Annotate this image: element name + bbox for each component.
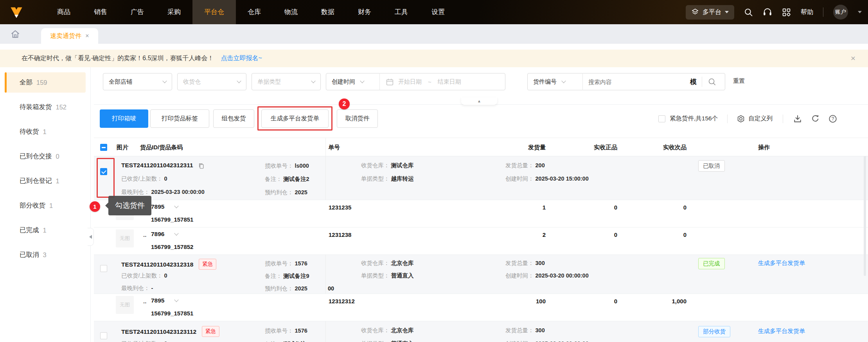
search-field-value: 货件编号 — [533, 78, 557, 86]
nav-item-settings[interactable]: 设置 — [420, 0, 456, 24]
apps-grid-icon[interactable] — [782, 8, 791, 17]
field-label: 最晚到仓： — [121, 285, 150, 291]
shop-select[interactable]: 全部店铺 — [103, 73, 172, 90]
cancel-shipment-button[interactable]: 取消货件 — [337, 109, 378, 128]
fuzzy-toggle[interactable]: 模 — [690, 77, 697, 86]
platform-selector[interactable]: 多平台 — [686, 5, 734, 20]
nav-item-products[interactable]: 商品 — [45, 0, 82, 24]
sidebar-collapse-handle[interactable] — [88, 228, 94, 246]
navbar-right-cluster: 多平台 帮助 账户 — [686, 0, 862, 24]
tab-close-icon[interactable]: × — [85, 32, 89, 39]
field-label: 已收货/上架数： — [121, 340, 163, 342]
sidebar-item-to-receive[interactable]: 待收货 1 — [5, 122, 86, 142]
nav-item-purchase[interactable]: 采购 — [156, 0, 192, 24]
field-value: 1576 — [295, 328, 307, 334]
search-icon[interactable] — [744, 8, 753, 17]
shipment-row: TEST241120110423123112 紧急 已收货/上架数：0 揽收单号… — [94, 321, 868, 342]
field-label: 收货仓库： — [361, 327, 390, 333]
chevron-down-icon — [237, 79, 241, 83]
search-input[interactable] — [588, 79, 694, 85]
help-circle-icon[interactable]: ? — [828, 115, 837, 123]
headset-icon[interactable] — [763, 7, 772, 17]
account-avatar[interactable]: 账户 — [833, 5, 848, 20]
brand-logo-icon[interactable] — [9, 5, 23, 19]
sidebar-item-arrived-handover[interactable]: 已到仓交接 0 — [5, 146, 86, 167]
field-label: 单据类型： — [361, 272, 390, 279]
nav-item-tools[interactable]: 工具 — [383, 0, 420, 24]
receive-warehouse-select[interactable]: 收货仓 — [177, 73, 246, 90]
field-value: 普通直入 — [391, 340, 414, 342]
filter-collapse-tab[interactable]: ▲ — [461, 97, 497, 105]
layers-icon — [691, 8, 699, 16]
nav-item-platform-warehouse[interactable]: 平台仓 — [192, 0, 236, 24]
id-ellipsis: .. — [143, 298, 146, 304]
search-submit-icon[interactable] — [708, 78, 716, 86]
group-ship-button[interactable]: 组包发货 — [213, 109, 254, 128]
print-product-label-button[interactable]: 打印货品标签 — [150, 109, 209, 128]
sidebar-item-all[interactable]: 全部 159 — [5, 72, 86, 93]
nav-item-data[interactable]: 数据 — [309, 0, 346, 24]
row-checkbox[interactable] — [100, 332, 107, 339]
annotation-tooltip: 勾选货件 — [108, 196, 151, 215]
generate-multi-platform-order-link[interactable]: 生成多平台发货单 — [758, 328, 805, 335]
tab-bar — [0, 24, 868, 44]
nav-item-logistics[interactable]: 物流 — [273, 0, 309, 24]
shipment-row: TEST24112011042312318 紧急 已收货/上架数：0 最晚到仓：… — [94, 255, 868, 294]
end-date-input[interactable]: 结束日期 — [438, 78, 461, 86]
banner-signup-link[interactable]: 点击立即报名~ — [221, 54, 262, 63]
tab-aliexpress-shipments[interactable]: 速卖通货件 × — [41, 28, 98, 44]
sidebar-item-partial-received[interactable]: 部分收货 1 — [5, 195, 86, 216]
sidebar-item-completed[interactable]: 已完成 1 — [5, 220, 86, 240]
collapse-up-icon: ▲ — [477, 99, 481, 103]
nav-item-sales[interactable]: 销售 — [82, 0, 119, 24]
expand-chevron-icon[interactable] — [174, 204, 178, 208]
vertical-scrollbar[interactable] — [864, 155, 866, 276]
id-ellipsis: .. — [143, 231, 146, 238]
sidebar-item-count: 1 — [49, 202, 53, 209]
detail-clipped-group: 揽收单号：ls000 备注：测试备注2 预约到仓：2025 — [265, 161, 325, 200]
generate-multi-platform-order-link[interactable]: 生成多平台发货单 — [758, 260, 805, 267]
banner-close-icon[interactable]: × — [851, 54, 855, 63]
download-icon[interactable] — [793, 115, 802, 123]
nav-item-finance[interactable]: 财务 — [346, 0, 383, 24]
gear-icon — [737, 115, 745, 123]
reset-button[interactable]: 重置 — [733, 77, 745, 85]
status-badge: 已取消 — [698, 160, 725, 172]
urgent-filter-checkbox[interactable] — [658, 115, 665, 122]
row-checkbox[interactable] — [100, 265, 107, 272]
col-order-no: 单号 — [328, 138, 340, 157]
select-all-checkbox[interactable] — [100, 144, 107, 151]
field-value: 测试仓库 — [391, 162, 414, 168]
print-box-mark-button[interactable]: 打印箱唛 — [100, 109, 148, 128]
time-field-select[interactable]: 创建时间 — [326, 73, 379, 90]
shop-select-value: 全部店铺 — [109, 78, 132, 86]
sidebar-item-arrived-registered[interactable]: 已到仓登记 1 — [5, 171, 86, 191]
nav-item-warehouse[interactable]: 仓库 — [236, 0, 273, 24]
sidebar-item-to-pack[interactable]: 待装箱发货 152 — [5, 97, 86, 117]
banner-text: 在不确定时代，做「看见·确定性」的卖家！6.5深圳，赛狐千人峰会！ — [22, 54, 214, 63]
expand-chevron-icon[interactable] — [174, 297, 178, 302]
help-link[interactable]: 帮助 — [801, 8, 813, 16]
table-header: 图片 货品ID/货品条码 单号 发货量 实收正品 实收次品 操作 — [94, 138, 868, 156]
field-value: ls000 — [295, 163, 309, 169]
sidebar-item-count: 1 — [43, 128, 47, 136]
urgent-badge: 紧急 — [199, 259, 216, 270]
field-value: 300 — [536, 327, 545, 333]
expand-chevron-icon[interactable] — [174, 231, 178, 235]
sidebar-item-label: 全部 — [20, 78, 32, 87]
sidebar-item-cancelled[interactable]: 已取消 3 — [5, 245, 86, 265]
account-chevron-down-icon[interactable] — [858, 11, 862, 13]
start-date-input[interactable]: 开始日期 — [398, 78, 422, 86]
search-field-select[interactable]: 货件编号 — [528, 73, 582, 90]
doc-type-select[interactable]: 单据类型 — [252, 73, 321, 90]
home-icon[interactable] — [10, 29, 20, 39]
calendar-icon — [386, 78, 394, 86]
sidebar-item-label: 部分收货 — [20, 201, 45, 210]
copy-icon[interactable] — [198, 163, 205, 169]
field-label: 备注： — [265, 176, 282, 182]
nav-item-ads[interactable]: 广告 — [119, 0, 156, 24]
customize-columns-button[interactable]: 自定义列 — [748, 115, 773, 123]
refresh-icon[interactable] — [811, 115, 819, 123]
search-control: 货件编号 模 — [527, 73, 725, 90]
field-label: 预约到仓： — [265, 285, 293, 292]
